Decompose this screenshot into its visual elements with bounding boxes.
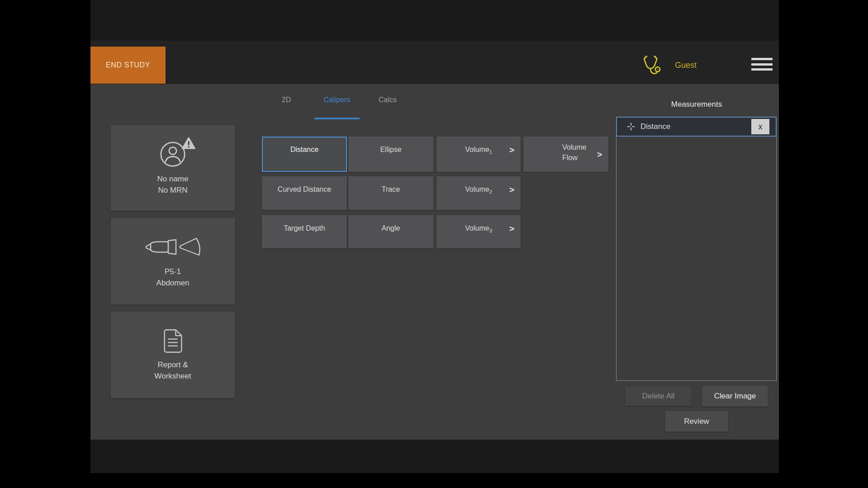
measurement-label: Distance: [640, 122, 670, 131]
stethoscope-icon: [641, 55, 662, 76]
tab-calipers-label: Calipers: [324, 96, 351, 104]
document-icon: [161, 328, 185, 354]
user-name[interactable]: Guest: [675, 61, 716, 70]
patient-mrn: No MRN: [158, 185, 187, 196]
report-label-line2: Worksheet: [155, 370, 191, 382]
measurement-item[interactable]: Distance x: [616, 117, 777, 137]
review-button[interactable]: Review: [665, 411, 728, 432]
target-depth-button[interactable]: Target Depth: [262, 215, 347, 248]
trace-button[interactable]: Trace: [348, 176, 433, 210]
warning-badge-icon: [182, 137, 194, 149]
delete-all-button[interactable]: Delete All: [625, 386, 692, 406]
probe-preset: Abdomen: [157, 277, 190, 289]
measurements-panel: Distance x: [616, 117, 777, 381]
volume3-button[interactable]: Volume3 >: [436, 215, 521, 248]
probe-icon: [143, 234, 203, 261]
tab-calipers[interactable]: Calipers: [310, 94, 364, 111]
tab-calcs[interactable]: Calcs: [360, 94, 415, 111]
end-study-button[interactable]: END STUDY: [90, 47, 166, 84]
curved-distance-button[interactable]: Curved Distance: [262, 176, 347, 210]
clear-image-button[interactable]: Clear Image: [702, 385, 768, 407]
menu-button[interactable]: [751, 57, 773, 71]
volume1-label: Volume: [465, 146, 489, 153]
patient-card[interactable]: No name No MRN: [111, 125, 235, 211]
probe-card[interactable]: P5-1 Abdomen: [111, 218, 235, 304]
ellipse-button[interactable]: Ellipse: [348, 137, 433, 172]
remove-measurement-button[interactable]: x: [751, 119, 769, 134]
volume-flow-label: Volume Flow: [562, 142, 597, 163]
probe-name: P5-1: [165, 266, 181, 277]
volume2-button[interactable]: Volume2 >: [436, 176, 521, 210]
chevron-right-icon: >: [509, 145, 514, 155]
volume2-label: Volume: [465, 185, 489, 193]
volume3-sub: 3: [489, 228, 492, 233]
chevron-right-icon: >: [509, 224, 514, 234]
angle-button[interactable]: Angle: [348, 215, 433, 248]
report-label-line1: Report &: [157, 359, 188, 370]
patient-name: No name: [157, 173, 189, 185]
hamburger-icon: [751, 58, 773, 60]
volume3-label: Volume: [465, 224, 489, 232]
chevron-right-icon: >: [509, 185, 514, 195]
main-area: 2D Calipers Calcs: [90, 84, 779, 440]
measurements-title: Measurements: [651, 100, 742, 109]
crosshair-icon: [627, 123, 635, 131]
tab-2d[interactable]: 2D: [259, 94, 313, 111]
volume2-sub: 2: [489, 189, 492, 194]
volume1-sub: 1: [489, 149, 492, 155]
top-bar: END STUDY Guest: [90, 41, 779, 84]
volume1-button[interactable]: Volume1 >: [436, 137, 521, 172]
chevron-right-icon: >: [597, 149, 602, 160]
volume-flow-button[interactable]: Volume Flow >: [523, 137, 608, 172]
app-window: END STUDY Guest 2D Calipers Calcs: [90, 0, 779, 473]
distance-button[interactable]: Distance: [262, 137, 347, 172]
report-worksheet-card[interactable]: Report & Worksheet: [111, 312, 235, 398]
active-tab-underline: [314, 118, 360, 119]
